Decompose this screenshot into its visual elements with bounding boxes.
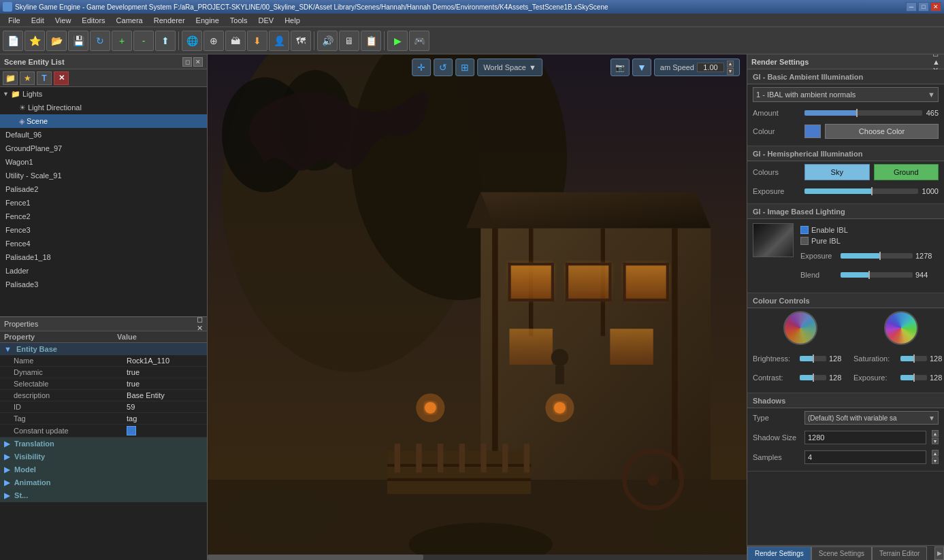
vp-btn-move[interactable]: ✛ [412, 59, 431, 76]
shadows-samples-input[interactable] [804, 450, 926, 464]
gi-ibl-enable-checkbox[interactable] [800, 226, 809, 234]
exposure-colour-slider[interactable] [900, 373, 927, 382]
viewport-scrollbar[interactable] [208, 555, 747, 560]
properties-pin-btn[interactable]: ◻ [197, 315, 203, 324]
prop-section-translation[interactable]: ▶ Translation [0, 437, 207, 450]
tree-item-ladder[interactable]: Ladder [0, 264, 207, 278]
toolbar-btn-script[interactable]: 📋 [361, 31, 381, 51]
menu-help[interactable]: Help [279, 15, 306, 26]
toolbar-btn-refresh[interactable]: ↻ [90, 31, 110, 51]
shadows-size-input[interactable] [804, 431, 926, 444]
tab-scene-settings[interactable]: Scene Settings [811, 546, 872, 560]
prop-section-model[interactable]: ▶ Model [0, 463, 207, 476]
set-folder-btn[interactable]: 📁 [3, 71, 18, 85]
maximize-button[interactable]: □ [918, 2, 929, 12]
tree-item-fence4[interactable]: Fence4 [0, 237, 207, 250]
tree-item-fence3[interactable]: Fence3 [0, 223, 207, 237]
shadows-type-dropdown[interactable]: (Default) Soft with variable sa ▼ [804, 411, 939, 425]
menu-camera[interactable]: Camera [111, 15, 148, 26]
tree-item-palisade2[interactable]: Palisade2 [0, 182, 207, 196]
toolbar-btn-ui[interactable]: 🖥 [339, 31, 359, 51]
prop-section-visibility[interactable]: ▶ Visibility [0, 450, 207, 463]
toolbar-btn-target[interactable]: ⊕ [204, 31, 224, 51]
shadows-size-up[interactable]: ▲ [932, 430, 939, 437]
toolbar-btn-gamepad[interactable]: 🎮 [409, 31, 429, 51]
vp-worldspace-dropdown[interactable]: World Space ▼ [477, 59, 542, 76]
tree-item-utility-scale[interactable]: Utility - Scale_91 [0, 169, 207, 182]
gi-hemi-exposure-slider[interactable] [804, 186, 918, 196]
tree-item-wagon1[interactable]: Wagon1 [0, 155, 207, 169]
toolbar-btn-open[interactable]: 📂 [46, 31, 67, 51]
shadows-samples-down[interactable]: ▼ [932, 457, 939, 464]
menu-file[interactable]: File [3, 15, 26, 26]
tree-item-light-directional[interactable]: ☀ Light Directional [0, 101, 207, 114]
viewport[interactable]: ✛ ↺ ⊞ World Space ▼ 📷 ▼ am Speed 1.00 ▲ … [208, 54, 747, 560]
tree-item-scene[interactable]: ◈ Scene [0, 114, 207, 128]
brightness-slider[interactable] [800, 354, 826, 363]
tab-render-settings[interactable]: Render Settings [747, 546, 811, 560]
toolbar-btn-globe[interactable]: 🌐 [182, 31, 202, 51]
render-settings-expand-btn[interactable]: ▲ [932, 58, 940, 66]
bottom-tab-expand-btn[interactable]: ▶ [934, 546, 944, 560]
toolbar-btn-play[interactable]: ▶ [387, 31, 408, 51]
gi-basic-colour-swatch[interactable] [804, 125, 821, 138]
set-star-btn[interactable]: ★ [20, 71, 35, 85]
menu-edit[interactable]: Edit [26, 15, 50, 26]
vp-speed-dropdown[interactable]: am Speed 1.00 ▲ ▼ [654, 59, 740, 76]
tree-item-palisade3[interactable]: Palisade3 [0, 278, 207, 291]
toolbar-btn-import[interactable]: ⬇ [247, 31, 267, 51]
gi-hemi-sky-btn[interactable]: Sky [804, 164, 870, 180]
scene-entity-close-btn[interactable]: ✕ [193, 57, 203, 67]
vp-speed-up[interactable]: ▲ [727, 61, 734, 67]
toolbar-btn-minus[interactable]: - [133, 31, 154, 51]
vp-speed-down[interactable]: ▼ [727, 68, 734, 75]
toolbar-btn-add[interactable]: + [112, 31, 132, 51]
toolbar-btn-new[interactable]: 📄 [3, 31, 23, 51]
gi-hemi-ground-btn[interactable]: Ground [874, 164, 939, 180]
shadows-samples-up[interactable]: ▲ [932, 450, 939, 457]
vp-btn-cam-dropdown[interactable]: ▼ [632, 59, 651, 76]
menu-renderer[interactable]: Renderer [148, 15, 191, 26]
prop-section-animation[interactable]: ▶ Animation [0, 476, 207, 489]
tree-item-palisade1-18[interactable]: Palisade1_18 [0, 250, 207, 264]
menu-engine[interactable]: Engine [191, 15, 225, 26]
menu-dev[interactable]: DEV [253, 15, 280, 26]
saturation-slider[interactable] [900, 354, 927, 363]
menu-view[interactable]: View [50, 15, 77, 26]
brightness-color-wheel[interactable] [783, 311, 817, 345]
toolbar-btn-save[interactable]: 💾 [68, 31, 88, 51]
gi-basic-choose-color-btn[interactable]: Choose Color [825, 124, 939, 139]
tree-item-fence1[interactable]: Fence1 [0, 196, 207, 210]
toolbar-btn-char[interactable]: 👤 [269, 31, 289, 51]
contrast-slider[interactable] [800, 373, 826, 382]
gi-basic-amount-slider[interactable] [804, 108, 922, 118]
toolbar-btn-save-yellow[interactable]: ⭐ [25, 31, 45, 51]
menu-editors[interactable]: Editors [76, 15, 110, 26]
tree-item-default96[interactable]: Default_96 [0, 128, 207, 142]
tree-item-lights[interactable]: ▼ 📁 Lights [0, 87, 207, 101]
toolbar-btn-terrain[interactable]: 🗺 [291, 31, 311, 51]
prop-section-entity-base[interactable]: ▼ Entity Base [0, 342, 207, 355]
tab-terrain-editor[interactable]: Terrain Editor [872, 546, 927, 560]
scene-entity-pin-btn[interactable]: ◻ [182, 57, 192, 67]
toolbar-btn-export[interactable]: ⬆ [155, 31, 176, 51]
minimize-button[interactable]: ─ [906, 2, 917, 12]
gi-preset-dropdown[interactable]: 1 - IBAL with ambient normals ▼ [753, 87, 939, 102]
constant-update-checkbox[interactable] [127, 426, 136, 435]
vp-btn-scale[interactable]: ⊞ [455, 59, 474, 76]
close-button[interactable]: ✕ [930, 2, 941, 12]
menu-tools[interactable]: Tools [225, 15, 253, 26]
viewport-scrollbar-thumb[interactable] [208, 555, 423, 560]
vp-btn-cam-type[interactable]: 📷 [611, 59, 630, 76]
gi-ibl-blend-slider[interactable] [841, 270, 913, 280]
toolbar-btn-sound[interactable]: 🔊 [317, 31, 338, 51]
tree-item-fence2[interactable]: Fence2 [0, 210, 207, 223]
gi-ibl-pure-checkbox[interactable] [800, 237, 809, 245]
shadows-size-down[interactable]: ▼ [932, 438, 939, 444]
prop-section-stats[interactable]: ▶ St... [0, 489, 207, 502]
gi-ibl-exposure-slider[interactable] [841, 251, 913, 261]
set-close-btn[interactable]: ✕ [54, 71, 69, 85]
vp-btn-rotate[interactable]: ↺ [434, 59, 453, 76]
saturation-color-wheel[interactable] [884, 311, 918, 345]
tree-item-groundplane97[interactable]: GroundPlane_97 [0, 142, 207, 155]
